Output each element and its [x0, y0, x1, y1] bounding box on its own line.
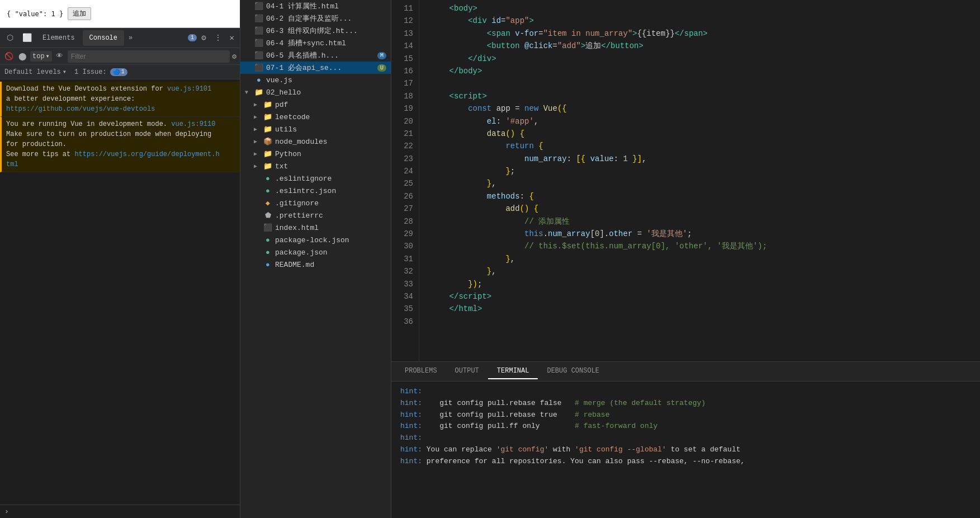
terminal-content[interactable]: hint: hint: git config pull.rebase false… [391, 382, 980, 518]
folder-leetcode[interactable]: ▶ 📁 leetcode [240, 111, 391, 123]
issues-badge: 🔵 1 [110, 68, 127, 76]
file-icon: ⬛ [263, 223, 273, 232]
file-icon: ⬛ [254, 2, 264, 11]
filter-input[interactable] [68, 50, 230, 63]
folder-txt[interactable]: ▶ 📁 txt [240, 160, 391, 172]
top-label: top [32, 53, 45, 60]
folder-pdf[interactable]: ▶ 📁 pdf [240, 98, 391, 111]
code-area: 11 12 13 14 15 16 17 18 19 20 21 22 23 2… [391, 0, 980, 361]
folder-node-modules[interactable]: ▶ 📦 node_modules [240, 135, 391, 148]
prompt-arrow: › [4, 507, 9, 516]
file-icon: ● [263, 248, 273, 257]
folder-name: 02_hello [266, 88, 301, 97]
console-message-1: Download the Vue Devtools extension for … [0, 82, 240, 117]
settings-icon[interactable]: ⚙ [198, 33, 209, 43]
code-line-34: </script> [430, 290, 980, 303]
code-line-27: add() { [430, 203, 980, 215]
more-options-icon[interactable]: ⋮ [211, 33, 225, 43]
file-icon: ● [254, 76, 264, 84]
context-dropdown[interactable]: top ▾ [30, 51, 52, 62]
code-line-21: data() { [430, 128, 980, 140]
eye-icon[interactable]: 👁 [54, 51, 65, 62]
folder-name: pdf [275, 101, 288, 109]
vue-devtools-link-1[interactable]: vue.js:9101 [167, 85, 211, 93]
file-eslintrc[interactable]: ● .eslintrc.json [240, 185, 391, 197]
folder-arrow: ▶ [254, 114, 263, 120]
vue-devtools-link-2[interactable]: https://github.com/vuejs/vue-devtools [6, 105, 155, 113]
clear-console-icon[interactable]: 🚫 [3, 51, 15, 62]
tabs-more[interactable]: » [125, 32, 136, 44]
devtools-preview: { "value": 1 } 追加 [0, 0, 240, 28]
file-name: 06-2 自定事件及监听... [266, 13, 352, 23]
tab-debug-console[interactable]: DEBUG CONSOLE [538, 364, 608, 379]
file-gitignore[interactable]: ◆ .gitignore [240, 197, 391, 209]
file-item-vuejs[interactable]: ● vue.js [240, 74, 391, 86]
tab-elements[interactable]: Elements [36, 30, 82, 46]
folder-utils[interactable]: ▶ 📁 utils [240, 123, 391, 135]
file-name: index.html [275, 224, 319, 232]
vue-dev-mode-link[interactable]: vue.js:9110 [171, 120, 215, 128]
code-scroll[interactable]: 11 12 13 14 15 16 17 18 19 20 21 22 23 2… [391, 0, 980, 361]
file-icon: ● [263, 187, 273, 195]
folder-python[interactable]: ▶ 📁 Python [240, 148, 391, 160]
code-line-26: methods: { [430, 190, 980, 203]
folder-arrow: ▶ [254, 101, 263, 108]
tab-output[interactable]: OUTPUT [446, 364, 488, 379]
code-line-17 [430, 77, 980, 90]
file-name: package-lock.json [275, 236, 349, 244]
code-line-18: <script> [430, 90, 980, 102]
file-name: .eslintrc.json [275, 187, 336, 195]
folder-arrow: ▼ [245, 90, 254, 96]
code-line-12: <div id="app"> [430, 15, 980, 27]
pause-icon[interactable]: ⬤ [17, 51, 28, 62]
editor-panel: 11 12 13 14 15 16 17 18 19 20 21 22 23 2… [391, 0, 980, 518]
file-icon: ⬛ [254, 51, 264, 60]
file-item-06-3[interactable]: ⬛ 06-3 组件双向绑定.ht... [240, 25, 391, 37]
code-content[interactable]: <body> <div id="app"> <span v-for="item … [419, 0, 980, 361]
code-line-35: </html> [430, 303, 980, 315]
deployment-link[interactable]: https://vuejs.org/guide/deployment.h [74, 150, 219, 158]
file-index-html[interactable]: ⬛ index.html [240, 222, 391, 234]
console-prompt[interactable]: › [0, 505, 240, 518]
terminal-line-6: hint: You can replace 'git config' with … [400, 444, 971, 456]
devtools-tabs-bar: ⬡ ⬜ Elements Console » 1 ⚙ ⋮ ✕ [0, 28, 240, 48]
file-readme[interactable]: ● README.md [240, 258, 391, 271]
file-item-06-5[interactable]: ⬛ 06-5 具名插槽.h... M [240, 49, 391, 62]
code-line-30: // this.$set(this.num_array[0], 'other',… [430, 240, 980, 252]
code-line-32: }, [430, 265, 980, 277]
file-item-06-2[interactable]: ⬛ 06-2 自定事件及监听... [240, 12, 391, 25]
add-button[interactable]: 追加 [68, 7, 91, 20]
filter-gear-icon[interactable]: ⚙ [232, 52, 236, 61]
code-line-19: const app = new Vue({ [430, 102, 980, 115]
tab-problems[interactable]: PROBLEMS [396, 364, 446, 379]
terminal-line-2: hint: git config pull.rebase false # mer… [400, 398, 971, 409]
close-icon[interactable]: ✕ [226, 33, 238, 43]
dropdown-arrow: ▾ [46, 52, 50, 60]
default-levels-dropdown[interactable]: Default levels ▾ [4, 68, 67, 76]
inspect-icon[interactable]: ⬡ [2, 30, 18, 46]
file-name: package.json [275, 248, 328, 257]
code-line-24: }; [430, 165, 980, 177]
tab-terminal[interactable]: TERMINAL [488, 364, 538, 379]
file-prettierrc[interactable]: ⬟ .prettierrc [240, 209, 391, 222]
file-name: .eslintignore [275, 175, 332, 183]
file-item-06-4[interactable]: ⬛ 06-4 插槽+sync.html [240, 37, 391, 49]
code-line-31: }, [430, 253, 980, 265]
deployment-link-2[interactable]: tml [6, 161, 18, 168]
code-line-13: <span v-for="item in num_array">{{item}}… [430, 27, 980, 40]
file-name: 06-4 插槽+sync.html [266, 38, 346, 48]
code-line-25: }, [430, 177, 980, 190]
file-item-04-1[interactable]: ⬛ 04-1 计算属性.html [240, 0, 391, 12]
device-icon[interactable]: ⬜ [19, 30, 35, 46]
file-name: 04-1 计算属性.html [266, 1, 339, 11]
file-item-07-1[interactable]: ⬛ 07-1 必会api_se... U [240, 62, 391, 74]
file-eslintignore[interactable]: ● .eslintignore [240, 172, 391, 185]
modified-badge: M [377, 52, 386, 59]
file-icon: ⬟ [263, 211, 273, 220]
folder-02-hello[interactable]: ▼ 📁 02_hello [240, 86, 391, 98]
tab-console[interactable]: Console [83, 30, 124, 46]
folder-icon: 📁 [263, 125, 273, 134]
file-package-json[interactable]: ● package.json [240, 246, 391, 258]
file-package-lock[interactable]: ● package-lock.json [240, 234, 391, 246]
folder-icon: 📁 [263, 112, 273, 121]
